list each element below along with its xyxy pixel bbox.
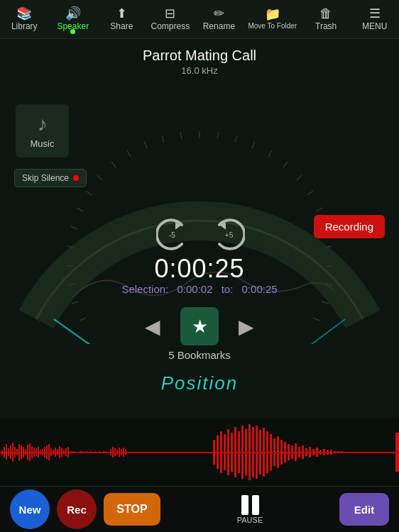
svg-line-16 [283, 162, 288, 167]
skip-silence-label: Skip Silence [22, 173, 69, 183]
toolbar-item-move-to-folder[interactable]: 📁 Move To Folder [244, 0, 302, 38]
recording-title: Parrot Mating Call [0, 48, 399, 64]
svg-line-25 [72, 301, 79, 304]
active-indicator [70, 29, 75, 34]
svg-line-15 [268, 150, 272, 157]
menu-icon: ☰ [369, 7, 381, 20]
svg-line-12 [217, 132, 219, 139]
toolbar-label-rename: Rename [203, 21, 235, 31]
toolbar-label-menu: MENU [362, 21, 387, 31]
playback-controls: ◀ ★ ▶ [0, 307, 399, 345]
circular-track [15, 74, 384, 344]
svg-line-19 [316, 208, 322, 211]
selection-to: 0:00:25 [242, 283, 278, 295]
svg-line-5 [111, 162, 116, 167]
toolbar-item-trash[interactable]: 🗑 Trash [302, 0, 351, 38]
toolbar-item-share[interactable]: ⬆ Share [97, 0, 146, 38]
svg-line-7 [86, 191, 92, 195]
main-content: Parrot Mating Call 16.0 kHz [0, 39, 399, 486]
toolbar-label-move-to-folder: Move To Folder [248, 22, 297, 31]
svg-line-13 [235, 135, 237, 143]
bookmark-button[interactable]: ★ [180, 307, 219, 345]
selection-label: Selection: [121, 283, 168, 295]
star-icon: ★ [192, 316, 208, 338]
waveform-display[interactable] [0, 419, 399, 486]
svg-line-17 [297, 175, 302, 180]
stop-button[interactable]: STOP [104, 493, 160, 526]
selection-from: 0:00:02 [177, 283, 212, 295]
svg-line-6 [97, 175, 102, 180]
compress-icon: ⊟ [165, 7, 175, 20]
svg-line-4 [127, 150, 131, 157]
selection-display: Selection: 0:00:02 to: 0:00:25 [0, 283, 399, 295]
recording-status-button[interactable]: Recording [314, 215, 385, 238]
forward-button[interactable]: +5 [213, 218, 245, 250]
toolbar: 📚 Library 🔊 Speaker ⬆ Share ⊟ Compress ✏… [0, 0, 399, 39]
svg-line-3 [144, 141, 147, 148]
svg-line-18 [307, 191, 313, 195]
move-to-folder-icon: 📁 [265, 8, 280, 21]
toolbar-label-library: Library [11, 21, 38, 31]
edit-button[interactable]: Edit [339, 493, 389, 526]
toolbar-label-share: Share [110, 21, 133, 31]
share-icon: ⬆ [116, 7, 127, 20]
next-bookmark-button[interactable]: ▶ [239, 315, 254, 338]
toolbar-item-rename[interactable]: ✏ Rename [195, 0, 244, 38]
bottom-bar: New Rec STOP PAUSE Edit [0, 486, 399, 532]
new-button[interactable]: New [10, 489, 50, 529]
selection-to-label: to: [222, 283, 234, 295]
svg-text:+5: +5 [225, 231, 234, 239]
pause-icon [241, 495, 259, 515]
music-note-icon: ♪ [38, 113, 48, 135]
svg-line-26 [322, 301, 329, 304]
toolbar-item-menu[interactable]: ☰ MENU [350, 0, 399, 38]
speaker-icon: 🔊 [65, 7, 81, 20]
rename-icon: ✏ [214, 7, 224, 20]
music-label: Music [31, 138, 55, 149]
toolbar-item-speaker[interactable]: 🔊 Speaker [49, 0, 98, 38]
library-icon: 📚 [16, 7, 32, 20]
music-library-box[interactable]: ♪ Music [16, 104, 69, 157]
waveform-center-line [0, 452, 399, 453]
toolbar-item-library[interactable]: 📚 Library [0, 0, 49, 38]
svg-line-9 [71, 226, 77, 229]
skip-silence-indicator [73, 175, 79, 181]
svg-line-2 [162, 135, 164, 143]
rewind-button[interactable]: -5 [156, 218, 188, 250]
timer-display: 0:00:25 [0, 254, 399, 284]
bookmarks-count: 5 Bookmarks [0, 349, 399, 361]
svg-line-14 [252, 141, 255, 148]
previous-bookmark-button[interactable]: ◀ [145, 315, 160, 338]
toolbar-label-compress: Compress [151, 21, 190, 31]
toolbar-item-compress[interactable]: ⊟ Compress [146, 0, 195, 38]
trash-icon: 🗑 [319, 7, 332, 20]
svg-text:-5: -5 [169, 231, 175, 239]
position-label: Position [0, 372, 399, 394]
title-area: Parrot Mating Call 16.0 kHz [0, 39, 399, 76]
pause-button[interactable]: PAUSE [160, 487, 339, 532]
record-button[interactable]: Rec [57, 489, 97, 529]
svg-line-1 [180, 132, 182, 139]
skip-silence-button[interactable]: Skip Silence [14, 169, 87, 187]
svg-line-8 [77, 208, 83, 211]
toolbar-label-trash: Trash [315, 21, 337, 31]
